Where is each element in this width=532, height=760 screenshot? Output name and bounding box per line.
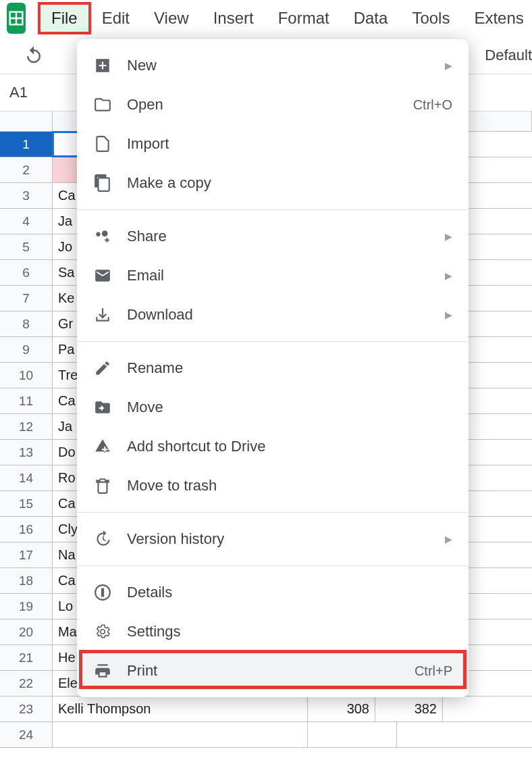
menu-version-history[interactable]: Version history ▶ xyxy=(77,520,469,559)
copy-icon xyxy=(93,174,112,193)
gear-icon xyxy=(93,622,112,641)
menu-email[interactable]: Email ▶ xyxy=(77,256,469,295)
submenu-arrow-icon: ▶ xyxy=(445,534,452,544)
email-icon xyxy=(93,266,112,285)
row-number[interactable]: 15 xyxy=(0,491,53,516)
submenu-arrow-icon: ▶ xyxy=(445,309,452,320)
row-number[interactable]: 4 xyxy=(0,209,53,234)
menu-insert[interactable]: Insert xyxy=(201,3,266,33)
row-number[interactable]: 20 xyxy=(0,619,53,644)
cell[interactable] xyxy=(53,722,308,747)
row-number[interactable]: 19 xyxy=(0,594,53,619)
row-number[interactable]: 12 xyxy=(0,414,53,439)
cell[interactable]: Kelli Thompson xyxy=(53,696,308,721)
row-number[interactable]: 11 xyxy=(0,388,53,413)
pencil-icon xyxy=(93,359,112,378)
cell[interactable] xyxy=(308,722,397,747)
row-number[interactable]: 3 xyxy=(0,183,53,208)
cell[interactable]: 382 xyxy=(375,696,443,721)
file-dropdown: New ▶ Open Ctrl+O Import Make a copy Sha… xyxy=(77,39,469,697)
row-number[interactable]: 9 xyxy=(0,337,53,362)
row-number[interactable]: 1 xyxy=(0,132,53,157)
menu-copy[interactable]: Make a copy xyxy=(77,163,469,203)
sheets-logo xyxy=(7,3,26,34)
menu-edit[interactable]: Edit xyxy=(90,3,142,33)
share-icon xyxy=(93,227,112,246)
menu-rename[interactable]: Rename xyxy=(77,349,469,388)
submenu-arrow-icon: ▶ xyxy=(445,231,452,242)
menu-extensions[interactable]: Extens xyxy=(462,3,532,33)
drive-icon xyxy=(93,437,112,456)
menu-data[interactable]: Data xyxy=(342,3,400,33)
menu-download[interactable]: Download ▶ xyxy=(77,295,469,334)
menu-shortcut[interactable]: Add shortcut to Drive xyxy=(77,427,469,466)
undo-button[interactable] xyxy=(20,42,47,69)
file-icon xyxy=(93,134,112,153)
row-number[interactable]: 13 xyxy=(0,440,53,465)
name-box[interactable]: A1 xyxy=(7,84,28,101)
row-number[interactable]: 8 xyxy=(0,311,53,336)
shortcut-label: Ctrl+O xyxy=(413,97,452,113)
row: 23Kelli Thompson308382 xyxy=(0,696,532,722)
history-icon xyxy=(93,530,112,549)
row-number[interactable]: 5 xyxy=(0,234,53,259)
submenu-arrow-icon: ▶ xyxy=(445,60,452,71)
row-number[interactable]: 2 xyxy=(0,157,53,182)
menu-import[interactable]: Import xyxy=(77,124,469,163)
row-number[interactable]: 16 xyxy=(0,517,53,542)
menu-move[interactable]: Move xyxy=(77,388,469,427)
row-number[interactable]: 17 xyxy=(0,542,53,567)
menu-trash[interactable]: Move to trash xyxy=(77,466,469,505)
row-number[interactable]: 10 xyxy=(0,363,53,388)
row-number[interactable]: 24 xyxy=(0,722,53,747)
move-icon xyxy=(93,398,112,417)
menu-open[interactable]: Open Ctrl+O xyxy=(77,85,469,124)
row-number[interactable]: 22 xyxy=(0,671,53,696)
row-number[interactable]: 6 xyxy=(0,260,53,285)
font-selector[interactable]: Default xyxy=(485,47,532,64)
row-number[interactable]: 14 xyxy=(0,465,53,490)
row-number[interactable]: 21 xyxy=(0,645,53,670)
info-icon xyxy=(93,583,112,602)
menu-settings[interactable]: Settings xyxy=(77,612,469,651)
download-icon xyxy=(93,305,112,324)
trash-icon xyxy=(93,476,112,495)
menu-format[interactable]: Format xyxy=(266,3,342,33)
menu-share[interactable]: Share ▶ xyxy=(77,217,469,256)
menu-tools[interactable]: Tools xyxy=(400,3,462,33)
menu-view[interactable]: View xyxy=(142,3,201,33)
menubar: File Edit View Insert Format Data Tools … xyxy=(0,0,532,36)
row-number[interactable]: 23 xyxy=(0,696,53,721)
folder-icon xyxy=(93,95,112,114)
menu-file[interactable]: File xyxy=(39,3,90,33)
print-icon xyxy=(93,661,112,680)
row: 24 xyxy=(0,722,532,748)
row-number[interactable]: 7 xyxy=(0,286,53,311)
cell[interactable]: 308 xyxy=(308,696,375,721)
submenu-arrow-icon: ▶ xyxy=(445,270,452,281)
shortcut-label: Ctrl+P xyxy=(415,663,452,679)
row-number[interactable]: 18 xyxy=(0,568,53,593)
menu-print[interactable]: Print Ctrl+P xyxy=(77,651,469,690)
menu-new[interactable]: New ▶ xyxy=(77,46,469,85)
menu-details[interactable]: Details xyxy=(77,573,469,612)
plus-icon xyxy=(93,56,112,75)
